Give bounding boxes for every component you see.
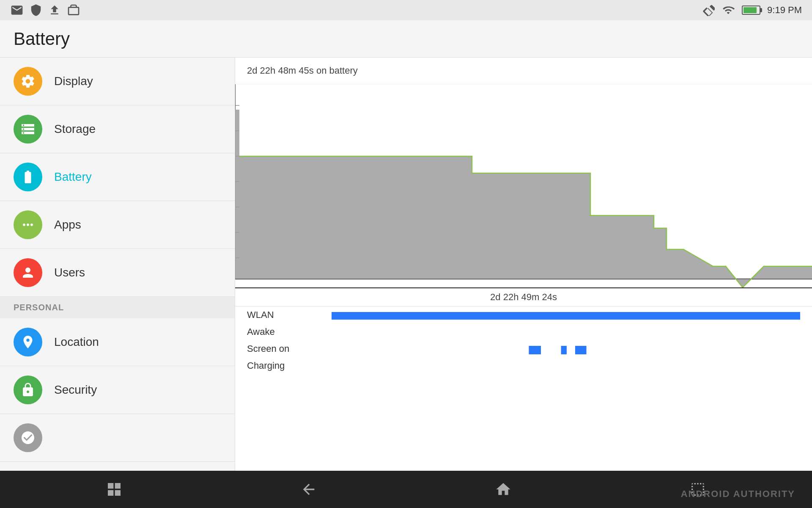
gmail-icon (10, 3, 24, 17)
nav-back-button[interactable] (211, 481, 406, 498)
screen-on-bar (332, 346, 800, 352)
page-title: Battery (14, 29, 70, 49)
status-bar: 9:19 PM (0, 0, 812, 20)
wlan-row: WLAN (235, 306, 812, 323)
svg-rect-22 (561, 346, 567, 354)
sidebar: Display Storage Battery (0, 58, 235, 471)
display-label: Display (54, 75, 93, 88)
wlan-bar (332, 312, 800, 318)
svg-rect-23 (575, 346, 587, 354)
awake-row: Awake (235, 323, 812, 340)
sidebar-item-storage[interactable]: Storage (0, 105, 235, 153)
wlan-full-bar (332, 312, 800, 320)
location-icon (20, 334, 36, 350)
nav-bar: ANDROID AUTHORITY (0, 471, 812, 508)
wlan-label: WLAN (247, 309, 332, 320)
battery-graph-svg (235, 84, 812, 287)
settings-icon (20, 74, 36, 89)
screen-on-label: Screen on (247, 343, 332, 354)
status-time: 9:19 PM (767, 5, 802, 16)
nav-recents-button[interactable] (17, 481, 211, 498)
home-icon (495, 481, 512, 498)
storage-icon-circle (14, 115, 42, 144)
main-layout: Display Storage Battery (0, 58, 812, 471)
battery-label: Battery (54, 170, 92, 184)
users-icon-circle (14, 258, 42, 287)
status-left-icons (10, 3, 80, 17)
storage-icon (20, 121, 36, 137)
sidebar-item-users[interactable]: Users (0, 249, 235, 297)
shield-icon (30, 3, 42, 17)
sidebar-item-extra[interactable] (0, 414, 235, 462)
users-label: Users (54, 266, 85, 279)
recents-icon (106, 481, 123, 498)
display-icon-circle (14, 67, 42, 96)
status-right-icons: 9:19 PM (703, 4, 802, 16)
storage-label: Storage (54, 122, 96, 136)
wifi-icon (721, 4, 735, 16)
brand-text: ANDROID AUTHORITY (681, 489, 795, 500)
charging-label: Charging (247, 360, 332, 371)
awake-bar (332, 329, 800, 335)
awake-label: Awake (247, 326, 332, 337)
back-icon (300, 481, 317, 498)
sidebar-item-apps[interactable]: Apps (0, 201, 235, 249)
briefcase-icon (67, 3, 80, 17)
right-panel: 2d 22h 48m 45s on battery (235, 58, 812, 471)
security-icon (20, 382, 36, 398)
battery-icon (742, 6, 760, 15)
sidebar-item-display[interactable]: Display (0, 58, 235, 105)
nav-home-button[interactable] (406, 481, 601, 498)
awake-ticks (332, 329, 800, 337)
battery-duration: 2d 22h 48m 45s on battery (235, 58, 812, 84)
location-icon-circle (14, 328, 42, 356)
extra-icon-circle (14, 423, 42, 452)
charging-row: Charging (235, 357, 812, 374)
timeline-section: WLAN Awake (235, 306, 812, 471)
sidebar-item-security[interactable]: Security (0, 366, 235, 414)
battery-chart-svg (235, 84, 812, 287)
security-icon-circle (14, 375, 42, 404)
sidebar-item-battery[interactable]: Battery (0, 153, 235, 201)
svg-rect-21 (529, 346, 541, 354)
apps-icon-circle (14, 210, 42, 239)
battery-settings-icon (20, 169, 36, 185)
battery-icon-circle (14, 163, 42, 191)
screen-on-ticks (332, 346, 800, 354)
personal-section-header: PERSONAL (0, 297, 235, 318)
security-label: Security (54, 383, 97, 397)
users-icon (20, 265, 36, 280)
apps-label: Apps (54, 218, 81, 232)
location-label: Location (54, 335, 99, 349)
apps-icon (20, 217, 36, 232)
extra-icon (20, 430, 36, 445)
page-title-bar: Battery (0, 20, 812, 58)
chart-time-label: 2d 22h 49m 24s (235, 287, 812, 306)
sidebar-item-location[interactable]: Location (0, 318, 235, 366)
battery-chart: 2d 22h 49m 24s (235, 84, 812, 306)
screen-rotation-icon (703, 4, 715, 16)
screen-on-row: Screen on (235, 340, 812, 357)
svg-marker-9 (235, 110, 812, 287)
upload-icon (48, 3, 61, 17)
charging-bar (332, 363, 800, 369)
